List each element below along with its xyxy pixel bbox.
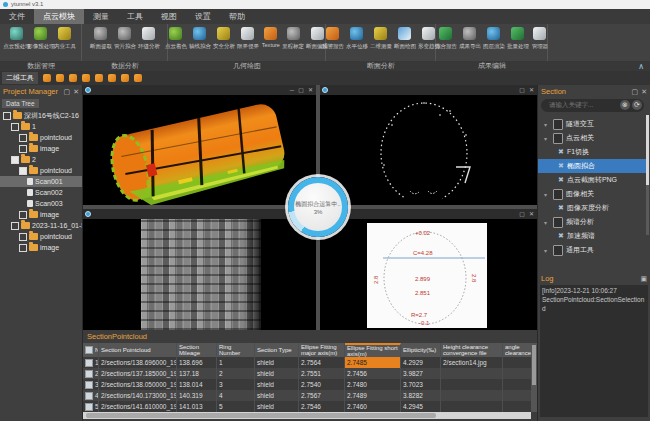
tab-view[interactable]: 视图 xyxy=(152,9,186,24)
texture-button[interactable]: Texture xyxy=(261,27,281,61)
batch-button[interactable]: 批量处理 xyxy=(507,27,529,61)
section-action[interactable]: ✖加速频谱 xyxy=(538,229,648,243)
row-checkbox[interactable] xyxy=(85,403,93,411)
camera-icon[interactable] xyxy=(85,87,91,93)
tab-help[interactable]: 帮助 xyxy=(220,9,254,24)
displacement-button[interactable]: 水平位移 xyxy=(346,27,368,61)
pointcloud-process-button[interactable]: 点云预处理 xyxy=(6,27,28,61)
section-draw-button[interactable]: 断面绘图 xyxy=(394,27,416,61)
tree-item[interactable]: image xyxy=(0,242,82,253)
restore-icon[interactable]: ▢ xyxy=(519,210,525,218)
tree-item-scan001[interactable]: Scan001 xyxy=(0,176,82,187)
clear-search-icon[interactable]: ⊗ xyxy=(620,100,630,110)
row-checkbox[interactable] xyxy=(85,370,93,378)
col-pointcloud[interactable]: Section Pointcloud xyxy=(99,343,177,357)
restore-icon[interactable]: ▢ xyxy=(298,86,304,94)
viewport-section-report[interactable]: ▢ ✕ +0.02 C=4.28 2.899 2.851 R=2.7 -0.1 … xyxy=(320,209,537,330)
table-row[interactable]: 1 2/sections/138.696000_196372064.txt138… xyxy=(83,357,531,368)
measure-2d-button[interactable]: 二维测量 xyxy=(370,27,392,61)
close-icon[interactable]: ✕ xyxy=(529,210,534,218)
table-row[interactable]: 4 2/sections/140.173000_196312064.txt140… xyxy=(83,390,531,401)
viewport-3d-pointcloud[interactable]: ─ ▢ ✕ xyxy=(83,85,316,205)
panel-menu-icon[interactable]: ▣ xyxy=(640,272,647,285)
mileage-button[interactable]: 里程标定 xyxy=(282,27,304,61)
col-height-file[interactable]: Height clearance convergence file xyxy=(441,343,503,357)
office-tools-button[interactable]: 内业工具 xyxy=(54,27,76,61)
search-input[interactable] xyxy=(547,100,621,109)
export-button[interactable]: 成果导出 xyxy=(459,27,481,61)
table-horizontal-scrollbar[interactable] xyxy=(83,412,531,419)
refresh-icon[interactable]: ⟳ xyxy=(632,100,642,110)
checkbox[interactable] xyxy=(19,244,27,252)
ribbon-collapse-icon[interactable]: ∧ xyxy=(638,62,644,71)
tree-item[interactable]: 1 xyxy=(0,121,82,132)
tab-tools[interactable]: 工具 xyxy=(118,9,152,24)
tree-item[interactable]: 2023-11-16_01-50 xyxy=(0,220,82,231)
tree-item[interactable]: image xyxy=(0,209,82,220)
tab-file[interactable]: 文件 xyxy=(0,9,34,24)
segment-fit-button[interactable]: 管片拟合 xyxy=(114,27,136,61)
col-ellipticity[interactable]: Ellipticity(‰) xyxy=(401,343,441,357)
safety-button[interactable]: 安全分析 xyxy=(213,27,235,61)
tab-pointcloud-module[interactable]: 点云模块 xyxy=(34,9,84,24)
section-group[interactable]: ▾通用工具 xyxy=(538,243,648,257)
tree-item[interactable]: pointcloud xyxy=(0,165,82,176)
checkbox-checked[interactable] xyxy=(11,156,19,164)
tree-item[interactable]: Scan003 xyxy=(0,198,82,209)
image-process-button[interactable]: 影像预处理 xyxy=(30,27,52,61)
close-icon[interactable]: ✕ xyxy=(73,85,79,98)
viewport-intensity-image[interactable]: ▢ ✕ xyxy=(83,209,316,330)
table-row[interactable]: 5 2/sections/141.610000_196312064.txt141… xyxy=(83,401,531,412)
select-all-checkbox[interactable] xyxy=(85,346,93,354)
checkbox[interactable] xyxy=(19,211,27,219)
dock-icon[interactable]: ▢ xyxy=(63,85,70,98)
measure-tool-icon[interactable] xyxy=(82,74,90,82)
grid-tool-icon[interactable] xyxy=(121,74,129,82)
render-button[interactable]: 图层渲染 xyxy=(483,27,505,61)
data-tree-tab[interactable]: Data Tree xyxy=(2,99,39,108)
tree-item-root[interactable]: 深圳16号线C2-16 xyxy=(0,110,82,121)
close-icon[interactable]: ✕ xyxy=(308,86,313,94)
checkbox[interactable] xyxy=(19,233,27,241)
section-group[interactable]: ▾隧道交互 xyxy=(538,117,648,131)
alert-report-button[interactable]: 预警报告 xyxy=(322,27,344,61)
section-action[interactable]: ✖点云截面转PNG xyxy=(538,173,648,187)
camera-icon[interactable] xyxy=(85,211,91,217)
ring-seam-button[interactable]: 环缝分析 xyxy=(138,27,160,61)
checkbox-checked[interactable] xyxy=(19,167,27,175)
note-tool-icon[interactable] xyxy=(95,74,103,82)
axis-fit-button[interactable]: 轴线拟合 xyxy=(189,27,211,61)
col-major[interactable]: Ellipse Fitting major axis(m) xyxy=(299,343,345,357)
col-type[interactable]: Section Type xyxy=(255,343,299,357)
table-row[interactable]: 3 2/sections/138.050000_196312047.txt138… xyxy=(83,379,531,390)
manager-button[interactable]: 管理器 xyxy=(531,27,549,61)
tree-item[interactable]: pointcloud xyxy=(0,231,82,242)
row-checkbox[interactable] xyxy=(85,359,93,367)
dock-icon[interactable]: ▢ xyxy=(631,85,638,98)
select-tool-icon[interactable] xyxy=(43,74,51,82)
col-mileage[interactable]: Section Mileage xyxy=(177,343,217,357)
colorize-button[interactable]: 点云着色 xyxy=(165,27,187,61)
tab-settings[interactable]: 设置 xyxy=(186,9,220,24)
row-checkbox[interactable] xyxy=(85,392,93,400)
tree-item[interactable]: pointcloud xyxy=(0,132,82,143)
table-vertical-scrollbar[interactable] xyxy=(531,343,537,412)
col-short[interactable]: Ellipse Fitting short axis(m) xyxy=(345,343,401,357)
viewport-section-scan[interactable]: ▢ ✕ xyxy=(320,85,537,205)
clearance-button[interactable]: 限界侵界 xyxy=(237,27,259,61)
settings-tool-icon[interactable] xyxy=(134,74,142,82)
search-box[interactable]: ⊗ ⟳ xyxy=(541,99,644,112)
minimize-icon[interactable]: ─ xyxy=(290,86,294,94)
section-extract-button[interactable]: 断面提取 xyxy=(90,27,112,61)
close-icon[interactable]: ✕ xyxy=(529,86,534,94)
checkbox[interactable] xyxy=(11,123,19,131)
close-icon[interactable]: ✕ xyxy=(641,85,647,98)
row-checkbox[interactable] xyxy=(85,381,93,389)
section-action-selected[interactable]: ✖椭圆拟合 xyxy=(538,159,648,173)
checkbox[interactable] xyxy=(19,145,27,153)
pin-tool-icon[interactable] xyxy=(69,74,77,82)
pan-tool-icon[interactable] xyxy=(56,74,64,82)
section-group[interactable]: ▾图像相关 xyxy=(538,187,648,201)
section-action[interactable]: ✖F1切换 xyxy=(538,145,648,159)
checkbox[interactable] xyxy=(11,222,19,230)
